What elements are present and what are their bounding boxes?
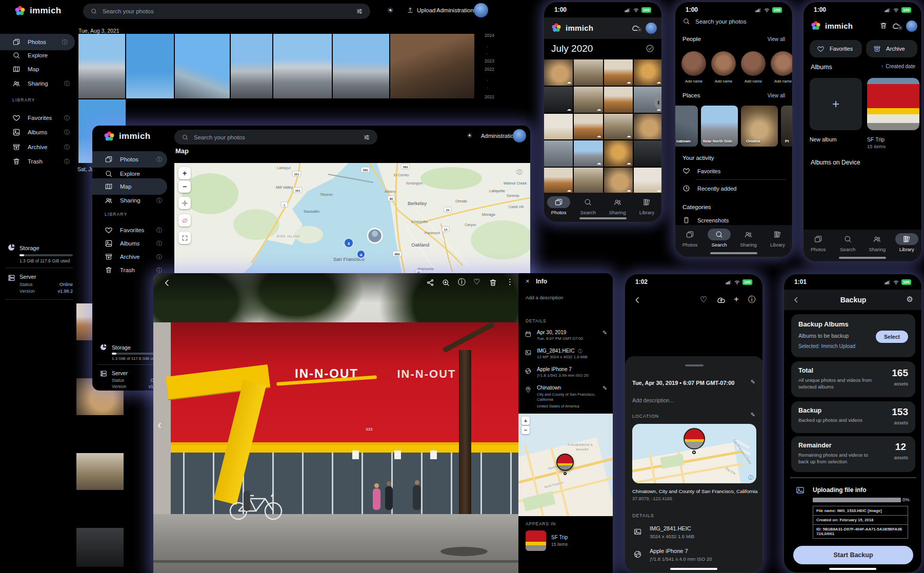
- add-name-link[interactable]: Add name: [711, 79, 736, 84]
- tab-library[interactable]: Library: [765, 229, 791, 248]
- info-map[interactable]: FISHERMAN'S WHARF Beach Street North Poi…: [518, 414, 613, 516]
- photo-thumbnail[interactable]: ☁: [604, 140, 633, 167]
- people-view-all-link[interactable]: View all: [768, 36, 785, 42]
- location-map-card[interactable]: San Francisco Ferry The Em ⓘ: [632, 424, 756, 483]
- info-icon[interactable]: ⓘ: [458, 277, 466, 287]
- place-card[interactable]: Near North Side: [701, 106, 738, 147]
- person-avatar[interactable]: [771, 51, 793, 76]
- theme-toggle-sun-icon[interactable]: ☀: [387, 6, 394, 14]
- avatar[interactable]: [906, 21, 917, 32]
- screenshots-row[interactable]: Screenshots: [682, 216, 729, 224]
- photo-area[interactable]: [625, 308, 763, 356]
- photo-thumbnail[interactable]: ☁: [604, 168, 633, 194]
- filter-sliders-icon[interactable]: [356, 8, 363, 15]
- add-description-field[interactable]: Add a description: [526, 295, 563, 300]
- photo-thumbnail[interactable]: ☁: [634, 59, 662, 86]
- sidebar-item-sharing[interactable]: Sharingⓘ: [0, 75, 77, 92]
- theme-toggle-sun-icon[interactable]: ☀: [467, 132, 473, 139]
- info-icon[interactable]: ⓘ: [64, 144, 70, 151]
- info-icon[interactable]: ⓘ: [156, 240, 162, 248]
- tab-library[interactable]: Library: [893, 233, 920, 252]
- info-icon[interactable]: ⓘ: [156, 197, 162, 204]
- settings-gear-icon[interactable]: ⚙: [907, 295, 913, 304]
- tab-photos[interactable]: Photos: [546, 196, 572, 215]
- sort-control[interactable]: ↑Created date: [881, 64, 915, 69]
- map-settings-gear-icon[interactable]: ⚙: [516, 166, 523, 176]
- favorite-heart-icon[interactable]: ♡: [700, 295, 707, 304]
- edit-date-pencil-icon[interactable]: ✎: [751, 379, 755, 385]
- photo-thumbnail[interactable]: [78, 34, 125, 98]
- edit-location-pencil-icon[interactable]: ✎: [602, 385, 607, 392]
- delete-trash-icon[interactable]: [489, 278, 497, 287]
- photo-thumbnail[interactable]: [76, 528, 124, 567]
- album-row[interactable]: SF Trip 15 items: [526, 529, 608, 552]
- favorites-button[interactable]: Favorites: [810, 40, 862, 57]
- immich-logo[interactable]: immich: [14, 5, 61, 16]
- info-icon[interactable]: ⓘ: [64, 129, 70, 136]
- photo-thumbnail[interactable]: [604, 87, 633, 113]
- start-backup-button[interactable]: Start Backup: [793, 546, 913, 564]
- photo-thumbnail[interactable]: ☁: [604, 59, 633, 86]
- info-icon[interactable]: ⓘ: [748, 295, 755, 304]
- add-description-field[interactable]: Add description...: [632, 397, 674, 403]
- photo-thumbnail[interactable]: ☁: [544, 59, 573, 86]
- tab-search[interactable]: Search: [834, 233, 861, 252]
- album-card[interactable]: [867, 78, 919, 130]
- info-icon[interactable]: ⓘ: [64, 114, 70, 122]
- add-to-album-plus-icon[interactable]: +: [734, 294, 739, 304]
- tab-search[interactable]: Search: [706, 229, 733, 248]
- sheet-drag-handle[interactable]: [685, 364, 704, 366]
- photo-thumbnail[interactable]: [333, 34, 389, 98]
- info-icon[interactable]: ⓘ: [62, 38, 68, 46]
- photo-thumbnail[interactable]: [634, 114, 662, 140]
- photo-thumbnail[interactable]: [634, 140, 662, 167]
- map-zoom-in-button[interactable]: +: [178, 167, 191, 179]
- photo-thumbnail[interactable]: [390, 34, 474, 98]
- add-name-link[interactable]: Add name: [681, 79, 706, 84]
- place-card[interactable]: Omaha: [741, 106, 778, 147]
- photo-thumbnail[interactable]: ☁: [574, 140, 602, 167]
- trash-icon[interactable]: [879, 22, 888, 30]
- scrubber-year[interactable]: 2024: [485, 33, 494, 38]
- search-input[interactable]: Search your photos: [682, 17, 747, 25]
- search-input[interactable]: Search your photos: [83, 4, 370, 19]
- file-info-icon[interactable]: ⓘ: [578, 348, 582, 355]
- tab-photos[interactable]: Photos: [805, 233, 832, 252]
- administration-link[interactable]: Administration: [481, 133, 517, 139]
- info-icon[interactable]: ⓘ: [64, 80, 70, 88]
- photo-thumbnail[interactable]: ☁: [544, 168, 573, 194]
- album-name[interactable]: SF Trip: [867, 136, 885, 142]
- favorite-heart-icon[interactable]: ♡: [473, 277, 480, 286]
- places-view-all-link[interactable]: View all: [768, 93, 785, 98]
- upload-button[interactable]: Upload: [407, 7, 435, 14]
- map-locate-button[interactable]: [178, 197, 191, 209]
- tab-photos[interactable]: Photos: [677, 229, 704, 248]
- back-arrow-icon[interactable]: [633, 296, 642, 304]
- photo-thumbnail[interactable]: [76, 453, 124, 490]
- sidebar-item-sharing[interactable]: Sharingⓘ: [92, 192, 169, 209]
- place-card[interactable]: Pi: [781, 106, 793, 147]
- photo-thumbnail[interactable]: [126, 34, 174, 98]
- map-photo-marker[interactable]: [684, 428, 705, 449]
- tab-sharing[interactable]: Sharing: [864, 233, 891, 252]
- sidebar-item-trash[interactable]: Trashⓘ: [0, 153, 77, 170]
- favorites-row[interactable]: Favorites: [682, 167, 720, 175]
- info-icon[interactable]: ⓘ: [156, 253, 162, 261]
- tab-library[interactable]: Library: [633, 196, 660, 215]
- tab-search[interactable]: Search: [575, 196, 601, 215]
- filter-sliders-icon[interactable]: [363, 134, 370, 141]
- person-avatar[interactable]: [741, 51, 766, 76]
- map-attribution-icon[interactable]: ⓘ: [748, 474, 753, 481]
- photo-thumbnail[interactable]: [574, 168, 602, 194]
- edit-date-pencil-icon[interactable]: ✎: [602, 330, 607, 336]
- add-name-link[interactable]: Add name: [741, 79, 766, 84]
- photo-thumbnail[interactable]: ☁: [574, 87, 602, 113]
- info-map-zoom-in[interactable]: +: [521, 417, 530, 425]
- info-icon[interactable]: ⓘ: [156, 227, 162, 234]
- person-avatar[interactable]: [711, 51, 736, 76]
- previous-photo-chevron[interactable]: ‹: [157, 418, 162, 432]
- photo-thumbnail[interactable]: [574, 59, 602, 86]
- recently-added-row[interactable]: Recently added: [682, 185, 736, 192]
- zoom-in-icon[interactable]: [441, 278, 450, 287]
- photo-thumbnail[interactable]: ☁: [574, 114, 602, 140]
